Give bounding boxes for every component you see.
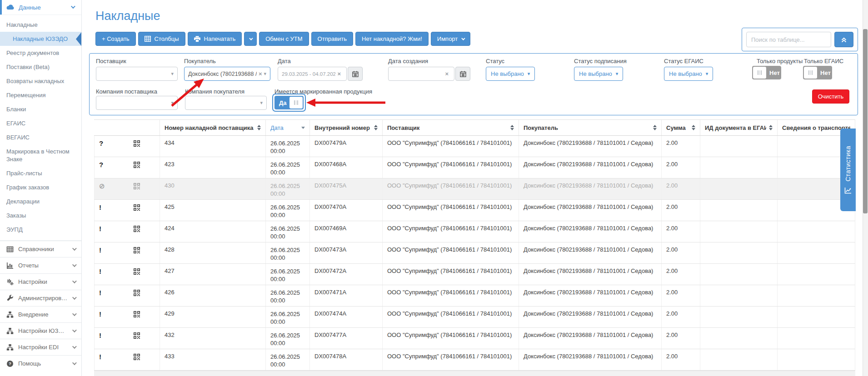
columns-button[interactable]: Столбцы	[138, 32, 185, 46]
clear-creation-date-icon[interactable]: ×	[443, 70, 450, 77]
column-header[interactable]	[94, 120, 160, 135]
qr-code-icon[interactable]	[134, 290, 140, 296]
collapse-filters-button[interactable]	[834, 32, 853, 47]
sidebar-item[interactable]: Перемещения	[0, 88, 81, 102]
qr-code-icon[interactable]	[134, 311, 140, 317]
supplier-company-select[interactable]: ▾	[96, 96, 178, 110]
table-row[interactable]: ! 429 26.06.2025 00:00 DX007474A ООО "Су…	[94, 307, 855, 328]
utm-exchange-button[interactable]: Обмен с УТМ	[259, 32, 309, 46]
sidebar-section-data[interactable]: Данные	[0, 0, 81, 15]
clear-buyer-icon[interactable]: ×	[257, 70, 264, 77]
sort-icon[interactable]	[769, 125, 773, 130]
column-header[interactable]: Поставщик	[383, 120, 519, 135]
buyer-company-select[interactable]: ▾	[185, 96, 267, 110]
sidebar-group[interactable]: Настройки ЮЗЭДО	[0, 322, 81, 339]
table-row[interactable]: ! 433 26.06.2025 00:00 DX007478A ООО "Су…	[94, 349, 855, 371]
sidebar-group[interactable]: Настройки	[0, 273, 81, 290]
print-dropdown-button[interactable]	[244, 32, 257, 46]
statistics-tab[interactable]: Статистика	[840, 129, 856, 211]
qr-code-icon[interactable]	[134, 162, 140, 168]
vertical-scrollbar-thumb[interactable]	[863, 29, 868, 213]
qr-code-icon[interactable]	[134, 226, 140, 232]
sort-icon[interactable]	[653, 125, 657, 130]
egais-doc-id-cell	[700, 221, 778, 242]
table-row[interactable]: ? 434 26.06.2025 00:00 DX007479A ООО "Су…	[94, 136, 855, 157]
column-header[interactable]: Сумма	[662, 120, 700, 135]
sidebar-item[interactable]: Декларации	[0, 194, 81, 208]
supplier-invoice-number-cell: 427	[160, 264, 266, 285]
sidebar-item[interactable]: ВЕГАИС	[0, 130, 81, 144]
sidebar-group[interactable]: Отчеты	[0, 257, 81, 273]
qr-code-icon[interactable]	[134, 332, 140, 339]
marked-products-toggle[interactable]: Да	[274, 96, 304, 109]
supplier-filter-select[interactable]: ▾	[96, 67, 178, 81]
table-row[interactable]: ⊘ 430 26.06.2025 00:00 DX007475A ООО "Су…	[94, 178, 855, 200]
qr-code-icon[interactable]	[134, 140, 140, 147]
sidebar-group[interactable]: ? Помощь	[0, 355, 81, 371]
create-button[interactable]: + Создать	[95, 32, 136, 46]
clear-filters-button[interactable]: Очистить	[812, 89, 849, 104]
column-header[interactable]: Покупатель	[519, 120, 662, 135]
vertical-scrollbar-track[interactable]	[863, 0, 868, 376]
sidebar-item[interactable]: Накладные ЮЗЭДО	[0, 32, 81, 46]
creation-date-calendar-button[interactable]	[455, 67, 470, 81]
sidebar-item[interactable]: Прайс-листы	[0, 166, 81, 180]
qr-code-icon[interactable]	[134, 268, 140, 275]
qr-code-icon[interactable]	[134, 247, 140, 253]
table-row[interactable]: ? 423 26.06.2025 00:00 DX007468A ООО "Су…	[94, 157, 855, 178]
send-button[interactable]: Отправить	[311, 32, 353, 46]
signing-status-filter-label: Статус подписания	[574, 58, 627, 64]
sidebar-item[interactable]: График заказов	[0, 180, 81, 194]
table-row[interactable]: ! 424 26.06.2025 00:00 DX007469A ООО "Су…	[94, 221, 855, 242]
sidebar-group[interactable]: Справочники	[0, 241, 81, 257]
table-row[interactable]: ! 432 26.06.2025 00:00 DX007477A ООО "Су…	[94, 328, 855, 349]
import-button[interactable]: Импорт	[431, 32, 470, 46]
only-egais-toggle[interactable]: Нет	[803, 66, 832, 79]
sidebar-item[interactable]: Возвраты накладных	[0, 74, 81, 88]
sidebar-item[interactable]: Бланки	[0, 102, 81, 116]
sidebar-group[interactable]: Администрирование	[0, 290, 81, 306]
date-calendar-button[interactable]	[348, 67, 363, 81]
table-row[interactable]: ! 425 26.06.2025 00:00 DX007470A ООО "Су…	[94, 200, 855, 221]
sort-icon[interactable]	[692, 125, 695, 130]
only-products-toggle[interactable]: Нет	[752, 66, 781, 79]
column-header[interactable]: Номер накладной поставщика	[160, 120, 266, 135]
sidebar-item[interactable]: ЕГАИС	[0, 116, 81, 130]
no-invoice-button[interactable]: Нет накладной? Жми!	[355, 32, 429, 46]
sidebar-item[interactable]: Заказы	[0, 208, 81, 223]
sidebar-item[interactable]: Накладные	[0, 18, 81, 32]
signing-status-select[interactable]: Не выбрано▾	[574, 67, 623, 81]
creation-date-input[interactable]: ×	[388, 67, 454, 81]
sort-icon[interactable]	[374, 125, 378, 130]
table-row[interactable]: ! 426 26.06.2025 00:00 DX007471A ООО "Су…	[94, 285, 855, 307]
print-button[interactable]: Напечатать	[188, 32, 242, 46]
column-header[interactable]: ИД документа в ЕГАИС	[700, 120, 778, 135]
sort-icon[interactable]	[257, 125, 261, 130]
sort-icon[interactable]	[510, 125, 514, 130]
table-row[interactable]: ! 428 26.06.2025 00:00 DX007473A ООО "Су…	[94, 242, 855, 264]
buyer-filter-select[interactable]: Доксинбокс (7802193688 / 78... × ▾	[184, 67, 270, 81]
sidebar-group-label: Настройки ЮЗЭДО	[18, 327, 68, 334]
sidebar-item[interactable]: Поставки (Beta)	[0, 60, 81, 74]
sidebar-group-label: Отчеты	[18, 262, 39, 269]
qr-code-icon[interactable]	[134, 354, 140, 360]
table-search-panel	[742, 28, 858, 51]
egais-status-select[interactable]: Не выбрано▾	[664, 67, 713, 81]
sidebar-group[interactable]: Настройки EDI	[0, 339, 81, 355]
sidebar-item[interactable]: Реестр документов	[0, 46, 81, 60]
sidebar-item[interactable]: ЭУПД	[0, 223, 81, 237]
sort-desc-icon[interactable]	[301, 127, 305, 129]
supplier-cell: ООО "Супримфуд" (7841066161 / 784101001)	[383, 285, 519, 306]
sidebar-item[interactable]: Маркировка в Честном Знаке	[0, 144, 81, 166]
date-range-input[interactable]: 29.03.2025 - 04.07.2025 ×	[278, 67, 347, 81]
clear-date-icon[interactable]: ×	[335, 70, 343, 77]
column-header[interactable]: Дата	[266, 120, 310, 135]
sidebar-group[interactable]: Внедрение	[0, 306, 81, 322]
table-row[interactable]: ! 427 26.06.2025 00:00 DX007472A ООО "Су…	[94, 264, 855, 285]
status-select[interactable]: Не выбрано▾	[486, 67, 535, 81]
search-input[interactable]	[746, 32, 831, 47]
column-header[interactable]: Внутренний номер	[310, 120, 383, 135]
qr-code-icon[interactable]	[134, 204, 140, 211]
qr-code-icon[interactable]	[134, 183, 140, 189]
invoices-table: Номер накладной поставщика Дата Внутренн…	[94, 119, 855, 371]
